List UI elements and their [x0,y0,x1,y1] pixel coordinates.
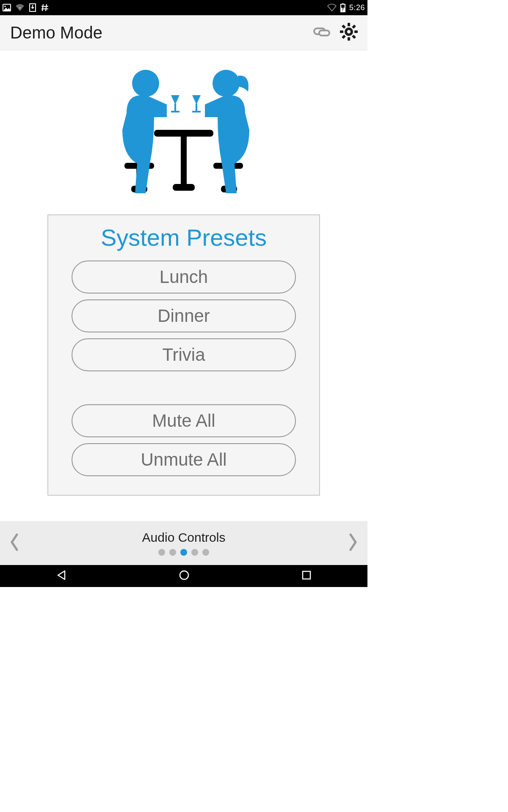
chevron-left-icon[interactable] [8,532,20,554]
chevron-right-icon[interactable] [347,532,359,554]
svg-point-27 [132,70,159,97]
app-bar-actions [313,22,358,43]
svg-rect-16 [342,25,346,29]
gear-icon[interactable] [340,22,358,43]
download-icon [29,3,36,12]
status-right: 5:26 [327,3,365,12]
svg-rect-32 [192,111,201,112]
svg-rect-5 [342,3,344,4]
svg-rect-17 [352,35,356,39]
svg-rect-14 [352,25,356,29]
status-clock: 5:26 [349,3,365,12]
card-title: System Presets [69,224,298,251]
pager-dot-2[interactable] [180,549,187,556]
wifi-icon [327,4,337,11]
spacer [69,377,298,404]
svg-rect-15 [342,35,346,39]
svg-rect-12 [340,30,343,33]
page-title: Demo Mode [10,23,102,42]
svg-rect-11 [348,37,350,41]
recents-icon[interactable] [301,570,312,582]
restaurant-illustration [95,62,273,206]
svg-point-33 [180,571,188,579]
unmute-all-button[interactable]: Unmute All [72,443,296,476]
svg-rect-20 [173,184,195,191]
pager-label: Audio Controls [142,530,226,545]
battery-charging-icon [340,3,346,12]
back-icon[interactable] [55,569,67,583]
home-icon[interactable] [178,569,190,583]
mute-all-button[interactable]: Mute All [72,404,296,437]
pager-dot-1[interactable] [169,549,176,556]
image-icon [3,4,11,11]
svg-point-9 [346,29,352,35]
svg-rect-29 [171,111,179,112]
preset-lunch-button[interactable]: Lunch [72,261,296,294]
system-presets-card: System Presets Lunch Dinner Trivia Mute … [47,214,320,496]
status-bar: ? 5:26 [0,0,367,15]
status-left: ? [3,3,49,12]
link-icon[interactable] [313,27,330,38]
android-nav-bar [0,565,367,587]
hash-icon [41,3,49,12]
pager: Audio Controls [0,521,367,565]
content: System Presets Lunch Dinner Trivia Mute … [0,50,367,521]
preset-trivia-button[interactable]: Trivia [72,338,296,371]
pager-dots [158,549,209,556]
wifi-question-icon: ? [15,4,25,11]
pager-dot-4[interactable] [202,549,209,556]
svg-rect-31 [196,104,197,111]
svg-rect-34 [303,571,310,579]
svg-rect-8 [319,30,329,36]
svg-point-1 [4,5,6,7]
pager-dot-0[interactable] [158,549,165,556]
svg-text:?: ? [19,7,21,10]
svg-rect-10 [348,23,350,26]
svg-point-30 [213,70,240,97]
preset-dinner-button[interactable]: Dinner [72,299,296,332]
svg-rect-13 [354,30,358,33]
svg-rect-19 [181,134,187,185]
svg-rect-28 [174,104,176,111]
screen: ? 5:26 Demo Mode [0,0,367,587]
pager-center: Audio Controls [142,530,226,556]
pager-dot-3[interactable] [191,549,198,556]
app-bar: Demo Mode [0,15,367,50]
